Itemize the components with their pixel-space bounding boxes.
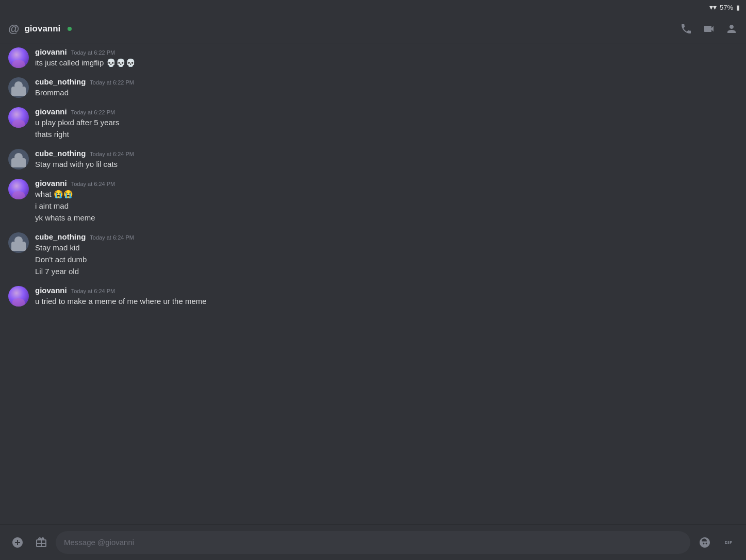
- message-text: its just called imgflip 💀💀💀: [35, 57, 738, 68]
- message-author: cube_nothing: [35, 232, 86, 241]
- at-icon: @: [8, 22, 19, 36]
- message-content: cube_nothing Today at 6:22 PM Brommad: [35, 77, 738, 99]
- message-text: what 😭😭: [35, 189, 738, 199]
- message-author: cube_nothing: [35, 77, 86, 86]
- message-header: cube_nothing Today at 6:24 PM: [35, 149, 738, 158]
- battery-level: 57%: [720, 4, 733, 11]
- avatar: [8, 286, 29, 307]
- message-group: cube_nothing Today at 6:24 PM Stay mad w…: [8, 149, 738, 171]
- chat-username: giovanni: [24, 24, 60, 34]
- input-right-actions: [695, 533, 738, 552]
- message-content: cube_nothing Today at 6:24 PM Stay mad k…: [35, 232, 738, 278]
- message-header: giovanni Today at 6:22 PM: [35, 47, 738, 56]
- online-status-dot: [68, 27, 72, 31]
- message-group: giovanni Today at 6:22 PM u play pkxd af…: [8, 107, 738, 141]
- chat-header: @ giovanni: [0, 14, 746, 43]
- message-continuation: Lil 7 year old: [35, 266, 738, 277]
- message-group: giovanni Today at 6:24 PM u tried to mak…: [8, 286, 738, 308]
- message-timestamp: Today at 6:24 PM: [90, 151, 134, 157]
- message-header: giovanni Today at 6:24 PM: [35, 286, 738, 295]
- message-continuation: i aint mad: [35, 200, 738, 211]
- wifi-icon: ▾▾: [709, 3, 717, 11]
- status-bar: ▾▾ 57% ▮: [643, 0, 746, 14]
- message-content: giovanni Today at 6:22 PM u play pkxd af…: [35, 107, 738, 141]
- avatar: [8, 47, 29, 68]
- avatar: [8, 149, 29, 169]
- message-continuation: Don't act dumb: [35, 254, 738, 265]
- message-timestamp: Today at 6:22 PM: [71, 109, 115, 115]
- message-timestamp: Today at 6:22 PM: [90, 79, 134, 86]
- emoji-button[interactable]: [695, 533, 714, 552]
- message-group: cube_nothing Today at 6:24 PM Stay mad k…: [8, 232, 738, 278]
- voice-call-button[interactable]: [680, 23, 692, 35]
- message-group: giovanni Today at 6:22 PM its just calle…: [8, 47, 738, 69]
- input-bar: [0, 524, 746, 560]
- message-header: cube_nothing Today at 6:24 PM: [35, 232, 738, 241]
- message-author: giovanni: [35, 286, 67, 295]
- message-author: giovanni: [35, 47, 67, 56]
- message-timestamp: Today at 6:24 PM: [71, 181, 115, 187]
- video-call-button[interactable]: [703, 23, 715, 35]
- messages-area: giovanni Today at 6:22 PM its just calle…: [0, 43, 746, 524]
- message-header: cube_nothing Today at 6:22 PM: [35, 77, 738, 86]
- message-text: Stay mad with yo lil cats: [35, 159, 738, 169]
- header-left: @ giovanni: [8, 22, 680, 36]
- message-header: giovanni Today at 6:22 PM: [35, 107, 738, 116]
- message-continuation: thats right: [35, 129, 738, 140]
- message-text: Stay mad kid: [35, 242, 738, 253]
- battery-icon: ▮: [736, 4, 740, 11]
- message-input[interactable]: [56, 531, 690, 554]
- message-timestamp: Today at 6:22 PM: [71, 49, 115, 56]
- message-author: giovanni: [35, 107, 67, 116]
- avatar: [8, 107, 29, 128]
- gift-button[interactable]: [32, 533, 51, 552]
- message-content: giovanni Today at 6:24 PM u tried to mak…: [35, 286, 738, 308]
- message-author: giovanni: [35, 179, 67, 188]
- avatar: [8, 232, 29, 253]
- message-text: u play pkxd after 5 years: [35, 117, 738, 128]
- add-attachment-button[interactable]: [8, 533, 27, 552]
- gif-button[interactable]: [719, 533, 738, 552]
- avatar: [8, 179, 29, 199]
- message-author: cube_nothing: [35, 149, 86, 158]
- message-continuation: yk whats a meme: [35, 212, 738, 223]
- message-content: cube_nothing Today at 6:24 PM Stay mad w…: [35, 149, 738, 171]
- message-timestamp: Today at 6:24 PM: [71, 288, 115, 294]
- avatar: [8, 77, 29, 98]
- message-content: giovanni Today at 6:22 PM its just calle…: [35, 47, 738, 69]
- message-text: Brommad: [35, 87, 738, 98]
- profile-button[interactable]: [725, 23, 738, 35]
- message-group: giovanni Today at 6:24 PM what 😭😭 i aint…: [8, 179, 738, 224]
- message-text: u tried to make a meme of me where ur th…: [35, 296, 738, 307]
- message-content: giovanni Today at 6:24 PM what 😭😭 i aint…: [35, 179, 738, 224]
- message-header: giovanni Today at 6:24 PM: [35, 179, 738, 188]
- header-actions: [680, 23, 738, 35]
- message-timestamp: Today at 6:24 PM: [90, 234, 134, 241]
- message-group: cube_nothing Today at 6:22 PM Brommad: [8, 77, 738, 99]
